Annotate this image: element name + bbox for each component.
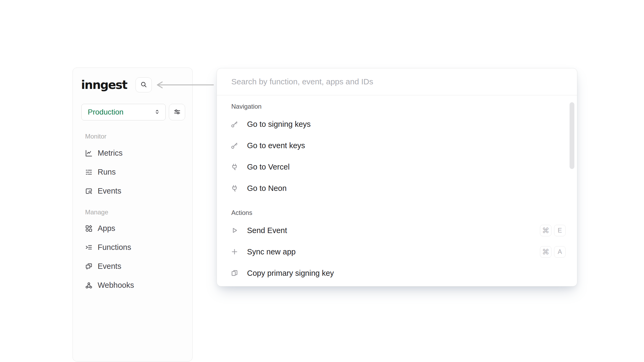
palette-item-label: Go to Neon	[247, 184, 287, 193]
sidebar-item-label: Events	[98, 187, 121, 195]
command-palette: Navigation Go to signing keys	[217, 68, 577, 286]
plug-icon	[230, 184, 239, 192]
palette-body: Navigation Go to signing keys	[217, 95, 577, 284]
kbd-letter-key: E	[554, 225, 566, 236]
sidebar: inngest Production	[73, 68, 193, 361]
sidebar-item-label: Events	[98, 262, 121, 271]
palette-section-actions: Actions	[217, 206, 577, 220]
palette-item-label: Send Event	[247, 226, 287, 235]
key-icon	[230, 120, 239, 128]
sidebar-item-webhooks[interactable]: Webhooks	[73, 276, 192, 295]
section-label-manage: Manage	[73, 206, 192, 219]
palette-item-label: Copy primary signing key	[247, 269, 334, 278]
palette-section-navigation: Navigation	[217, 100, 577, 113]
webhooks-icon	[85, 281, 93, 289]
palette-header	[217, 68, 577, 95]
palette-item-label: Sync new app	[247, 247, 296, 256]
sidebar-item-label: Functions	[98, 243, 131, 252]
palette-item-go-to-vercel[interactable]: Go to Vercel	[217, 156, 577, 178]
palette-item-send-event[interactable]: Send Event ⌘ E	[217, 220, 577, 241]
palette-search-input[interactable]	[217, 68, 577, 95]
key-icon	[230, 141, 239, 150]
sidebar-item-label: Metrics	[98, 149, 122, 158]
palette-item-go-to-signing-keys[interactable]: Go to signing keys	[217, 113, 577, 135]
events-search-icon	[85, 187, 93, 195]
search-icon	[140, 81, 148, 89]
sidebar-section-monitor: Monitor Metrics Runs	[73, 129, 192, 200]
environment-selector[interactable]: Production	[81, 104, 166, 120]
sidebar-item-apps[interactable]: Apps	[73, 219, 192, 238]
functions-icon	[85, 243, 93, 251]
metrics-icon	[85, 149, 93, 157]
kbd-command-key: ⌘	[540, 225, 551, 236]
palette-item-go-to-event-keys[interactable]: Go to event keys	[217, 135, 577, 156]
palette-item-go-to-neon[interactable]: Go to Neon	[217, 178, 577, 199]
chevron-up-down-icon	[154, 108, 161, 116]
events-icon	[85, 262, 93, 270]
palette-scrollbar-thumb[interactable]	[570, 102, 574, 169]
arrow-left-annotation	[156, 81, 214, 89]
sidebar-item-runs[interactable]: Runs	[73, 163, 192, 182]
apps-icon	[85, 225, 93, 233]
runs-icon	[85, 168, 93, 176]
sidebar-section-manage: Manage Apps	[73, 206, 192, 295]
copy-icon	[230, 269, 239, 277]
sidebar-item-events-manage[interactable]: Events	[73, 257, 192, 276]
sliders-icon	[173, 108, 181, 117]
sidebar-item-label: Runs	[98, 168, 116, 176]
inngest-logo: inngest	[81, 78, 127, 92]
palette-item-label: Go to Vercel	[247, 163, 290, 171]
palette-item-label: Go to event keys	[247, 141, 305, 150]
palette-item-sync-new-app[interactable]: Sync new app ⌘ A	[217, 241, 577, 262]
sidebar-item-metrics[interactable]: Metrics	[73, 144, 192, 163]
palette-item-label: Go to signing keys	[247, 120, 311, 129]
search-button[interactable]	[136, 77, 152, 92]
palette-item-copy-primary-signing-key[interactable]: Copy primary signing key	[217, 262, 577, 284]
sidebar-item-label: Webhooks	[98, 281, 134, 290]
play-icon	[230, 226, 239, 235]
kbd-command-key: ⌘	[540, 246, 551, 258]
environment-filter-button[interactable]	[169, 104, 185, 120]
plus-icon	[230, 247, 239, 256]
plug-icon	[230, 163, 239, 171]
kbd-letter-key: A	[554, 246, 566, 258]
environment-value: Production	[88, 108, 124, 116]
sidebar-item-events-monitor[interactable]: Events	[73, 182, 192, 200]
sidebar-item-functions[interactable]: Functions	[73, 238, 192, 257]
page: inngest Production	[0, 0, 644, 362]
section-label-monitor: Monitor	[73, 129, 192, 144]
sidebar-item-label: Apps	[98, 224, 115, 233]
